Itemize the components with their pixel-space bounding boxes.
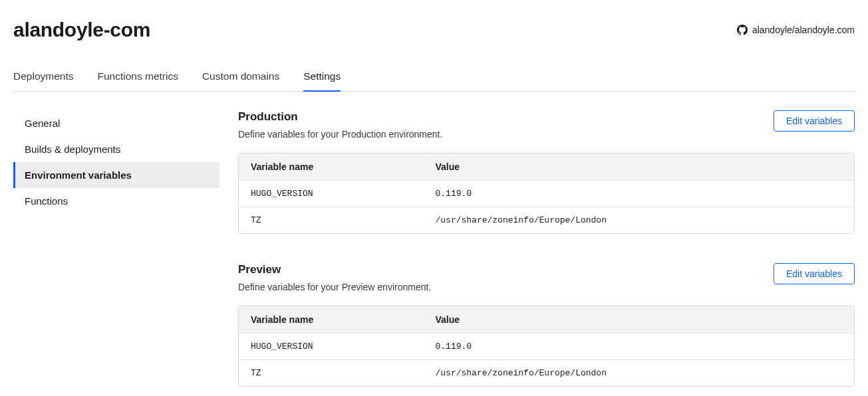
tab-deployments[interactable]: Deployments — [13, 65, 73, 92]
section-production: Production Define variables for your Pro… — [238, 110, 855, 234]
var-value: /usr/share/zoneinfo/Europe/London — [424, 360, 855, 386]
var-name: TZ — [239, 360, 424, 386]
col-header-name: Variable name — [239, 306, 424, 334]
col-header-value: Value — [424, 153, 855, 181]
var-name: HUGO_VERSION — [239, 334, 424, 360]
table-row: HUGO_VERSION 0.119.0 — [239, 334, 854, 360]
edit-variables-button-production[interactable]: Edit variables — [774, 110, 855, 132]
table-row: TZ /usr/share/zoneinfo/Europe/London — [239, 207, 854, 233]
tab-functions-metrics[interactable]: Functions metrics — [97, 65, 178, 92]
sidebar-item-builds[interactable]: Builds & deployments — [13, 136, 219, 162]
vars-table-production: Variable name Value HUGO_VERSION 0.119.0… — [238, 153, 855, 234]
col-header-value: Value — [424, 306, 855, 334]
tab-settings[interactable]: Settings — [303, 65, 341, 92]
page-title: alandoyle-com — [13, 19, 150, 41]
tab-custom-domains[interactable]: Custom domains — [202, 65, 279, 92]
col-header-name: Variable name — [239, 153, 424, 181]
section-desc-preview: Define variables for your Preview enviro… — [238, 282, 431, 292]
edit-variables-button-preview[interactable]: Edit variables — [774, 263, 855, 284]
sidebar-item-functions[interactable]: Functions — [13, 188, 219, 214]
var-value: /usr/share/zoneinfo/Europe/London — [424, 207, 855, 233]
section-preview: Preview Define variables for your Previe… — [238, 263, 855, 387]
table-row: TZ /usr/share/zoneinfo/Europe/London — [239, 360, 854, 386]
main-tabs: Deployments Functions metrics Custom dom… — [13, 65, 855, 92]
section-desc-production: Define variables for your Production env… — [238, 129, 442, 140]
var-name: HUGO_VERSION — [239, 181, 424, 207]
var-value: 0.119.0 — [424, 334, 855, 360]
sidebar-item-general[interactable]: General — [13, 110, 219, 136]
section-title-preview: Preview — [238, 263, 431, 276]
var-name: TZ — [239, 207, 424, 233]
var-value: 0.119.0 — [424, 181, 855, 207]
sidebar-item-envvars[interactable]: Environment variables — [13, 162, 219, 188]
repo-link[interactable]: alandoyle/alandoyle.com — [737, 25, 855, 35]
vars-table-preview: Variable name Value HUGO_VERSION 0.119.0… — [238, 306, 855, 387]
github-icon — [737, 25, 748, 35]
table-row: HUGO_VERSION 0.119.0 — [239, 181, 854, 207]
repo-path: alandoyle/alandoyle.com — [752, 25, 855, 35]
section-title-production: Production — [238, 110, 442, 124]
settings-sidebar: General Builds & deployments Environment… — [13, 110, 219, 396]
